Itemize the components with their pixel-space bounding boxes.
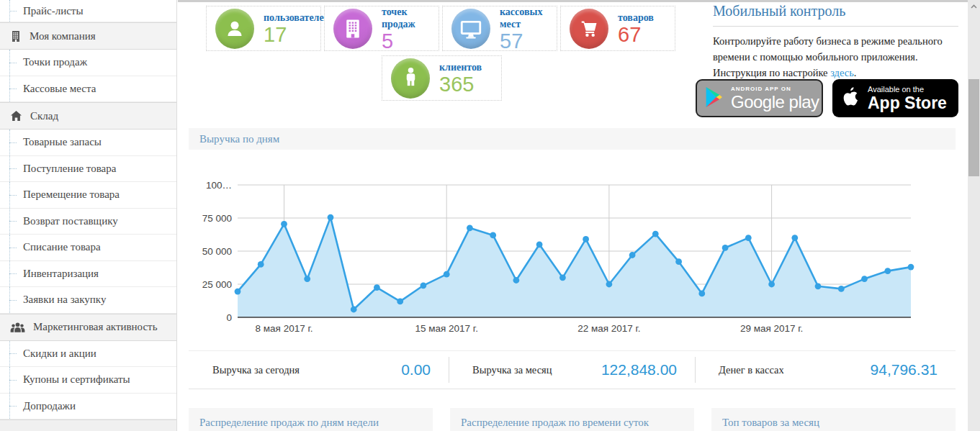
sidebar-item[interactable]: Точки продаж [0,50,176,76]
person-icon [391,58,430,99]
google-play-badge-line1: ANDROID APP ON [731,86,819,93]
sidebar-item-label: Купоны и сертификаты [23,373,130,386]
stat-card-value: 57 [500,30,557,52]
scrollbar[interactable] [968,0,980,431]
storefront-icon [333,9,372,49]
stat-card[interactable]: клиентов365 [382,55,502,101]
sidebar-item-label: Моя компания [30,30,96,42]
divider [713,26,958,27]
mobile-text-after: . [854,67,857,78]
stat-card-value: 365 [439,73,482,95]
revenue-panel-title: Выручка по дням [199,133,279,145]
bottom-panel-header: Распределение продаж по дням недели [189,408,433,431]
summary-label: Выручка за сегодня [212,364,300,376]
google-play-badge[interactable]: ANDROID APP ON Google play [696,79,823,117]
sidebar-item[interactable]: Поступление товара [0,156,176,183]
summary-value: 0.00 [401,361,431,378]
summary-value: 122,848.00 [601,361,677,378]
sidebar-item[interactable]: Прайс-листы [0,0,176,22]
sidebar-item-label: Товарные запасы [23,136,102,148]
sidebar-item-label: Прайс-листы [23,5,83,17]
sidebar-item-label: Перемещение товара [23,189,120,201]
svg-text:29 мая 2017 г.: 29 мая 2017 г. [740,323,803,334]
sidebar-item[interactable]: Перемещение товара [0,182,176,209]
summary-label: Выручка за месяц [472,364,552,376]
summary-value: 94,796.31 [871,361,938,378]
dashboard-screen: Прайс-листыМоя компанияТочки продажКассо… [0,0,980,431]
bottom-panel-title: Топ товаров за месяц [722,417,819,429]
building-icon [10,30,22,42]
top-divider [178,0,968,2]
user-icon [215,9,254,49]
sidebar-item-label: Склад [30,110,58,122]
sidebar-item-label: Инвентаризация [23,268,99,280]
google-play-triangle-icon [704,86,724,112]
stat-card-label: товаров [618,12,654,24]
mobile-control-title: Мобильный контроль [713,3,958,19]
sidebar-item-label: Списание товара [23,241,101,253]
svg-text:100…: 100… [206,180,232,191]
home-icon [10,110,22,122]
svg-text:22 мая 2017 г.: 22 мая 2017 г. [577,323,640,334]
apple-icon [842,86,860,110]
stat-card-label: точек продаж [382,6,439,30]
summary-cell: Выручка за сегодня0.00 [189,351,449,389]
setup-instruction-link[interactable]: здесь [830,67,854,78]
sidebar-item[interactable]: Склад [0,102,176,130]
sidebar: Прайс-листыМоя компанияТочки продажКассо… [0,0,177,431]
bottom-panel-header: Топ товаров за месяц [711,408,956,431]
revenue-panel-header: Выручка по дням [189,128,956,150]
revenue-by-day-chart: 025 00050 00075 000100…8 мая 2017 г.15 м… [189,173,956,340]
sidebar-item[interactable]: Допродажи [0,394,176,420]
svg-text:75 000: 75 000 [202,213,232,224]
stats-cards-row: пользователей17точек продаж5кассовых мес… [206,6,675,51]
sidebar-item[interactable]: Возврат поставщику [0,209,176,235]
scrollbar-thumb[interactable] [968,79,979,176]
stat-card-label: клиентов [439,61,482,73]
svg-text:50 000: 50 000 [202,246,232,257]
stat-card-label: пользователей [264,12,330,24]
sidebar-item-label: Допродажи [23,400,76,412]
sidebar-item-label: Поступление товара [23,163,116,175]
sidebar-item[interactable]: Товарные запасы [0,130,176,156]
app-store-badge-line1: Available on the [868,85,947,94]
sidebar-item[interactable]: Списание товара [0,235,176,261]
monitor-icon [451,9,490,49]
svg-text:15 мая 2017 г.: 15 мая 2017 г. [415,323,477,334]
sidebar-item[interactable]: Инвентаризация [0,261,176,288]
cart-icon [570,9,608,49]
stat-card[interactable]: пользователей17 [206,6,321,51]
summary-row: Выручка за сегодня0.00Выручка за месяц12… [189,350,956,389]
sidebar-item-label: Скидки и акции [23,348,96,360]
sidebar-item[interactable]: Купоны и сертификаты [0,367,176,394]
stat-card[interactable]: точек продаж5 [324,6,439,51]
stat-card[interactable]: кассовых мест57 [442,6,557,51]
sidebar-item-label: Кассовые места [23,83,96,95]
sidebar-item-label: Маркетинговая активность [33,321,158,333]
summary-cell: Выручка за месяц122,848.00 [449,351,695,389]
app-badges: ANDROID APP ON Google play Available on … [696,79,958,117]
sidebar-item-label: Точки продаж [23,56,87,68]
stat-card-value: 67 [618,24,654,45]
sidebar-item[interactable]: Заявки на закупку [0,287,176,314]
scrollbar-up-button[interactable] [968,0,980,12]
svg-text:8 мая 2017 г.: 8 мая 2017 г. [256,323,313,334]
stat-card-value: 17 [264,24,330,45]
sidebar-item[interactable]: Моя компания [0,22,176,50]
sidebar-item[interactable]: Маркетинговая активность [0,314,176,341]
stat-card-value: 5 [382,30,439,52]
bottom-panel-title: Распределение продаж по времени суток [461,417,649,429]
mobile-control-panel: Мобильный контроль Контролируйте работу … [713,3,958,81]
sidebar-item-label: Возврат поставщику [23,215,118,227]
bottom-panel-header: Распределение продаж по времени суток [450,408,694,431]
google-play-badge-line2: Google play [731,93,819,112]
bottom-panels: Распределение продаж по дням неделиРаспр… [189,408,956,431]
users-icon [10,322,25,333]
sidebar-item[interactable]: Скидки и акции [0,341,176,368]
summary-label: Денег в кассах [719,364,784,376]
app-store-badge[interactable]: Available on the App Store [832,79,958,117]
sidebar-item[interactable]: Кассовые места [0,76,176,103]
summary-cell: Денег в кассах94,796.31 [695,351,956,389]
stat-card[interactable]: товаров67 [560,6,675,51]
stat-card-label: кассовых мест [500,6,557,30]
